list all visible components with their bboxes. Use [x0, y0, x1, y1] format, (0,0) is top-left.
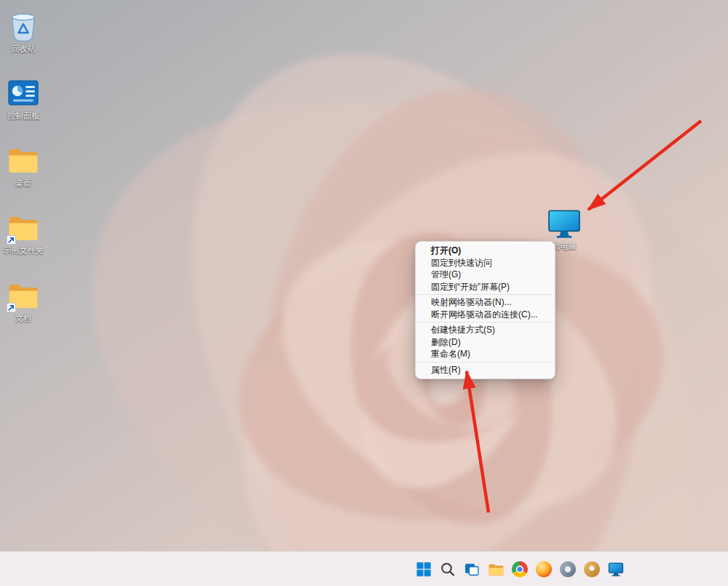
- menu-item-properties[interactable]: 属性(R): [416, 364, 555, 376]
- search-icon: [439, 561, 456, 578]
- app-icon-2: [583, 561, 601, 578]
- app-icon-3: [607, 561, 625, 578]
- wallpaper: [0, 0, 728, 586]
- chrome-button[interactable]: [508, 556, 531, 582]
- shortcut-arrow-icon: [7, 303, 16, 312]
- search-button[interactable]: [436, 556, 459, 582]
- menu-separator: [416, 294, 554, 295]
- app-button-3[interactable]: [604, 556, 628, 582]
- folder-icon: [6, 143, 41, 178]
- taskbar: [0, 551, 728, 586]
- shortcut-arrow-icon: [7, 235, 16, 245]
- desktop-icon-label: 示例文件夹: [4, 246, 44, 255]
- menu-item-map-network-drive[interactable]: 映射网络驱动器(N)...: [416, 296, 555, 309]
- desktop-icon-recycle-bin[interactable]: 回收站: [1, 9, 46, 53]
- desktop-icon-label: 控制面板: [7, 111, 39, 120]
- task-view-icon: [463, 561, 480, 578]
- browser-icon: [535, 561, 553, 578]
- browser-button[interactable]: [532, 556, 555, 582]
- menu-separator: [416, 322, 554, 322]
- menu-item-manage[interactable]: 管理(G): [416, 269, 555, 281]
- folder-shortcut-icon: [6, 278, 41, 313]
- this-pc-label: 此电脑: [553, 242, 577, 250]
- menu-item-disconnect-network-drive[interactable]: 断开网络驱动器的连接(C)...: [416, 309, 555, 321]
- desktop[interactable]: 回收站 控制面板 桌面: [0, 0, 728, 586]
- menu-item-pin-start[interactable]: 固定到“开始”屏幕(P): [416, 281, 555, 293]
- context-menu: 打开(O) 固定到快速访问 管理(G) 固定到“开始”屏幕(P) 映射网络驱动器…: [415, 241, 555, 379]
- menu-item-create-shortcut[interactable]: 创建快捷方式(S): [416, 324, 555, 336]
- desktop-icon-desktop-folder[interactable]: 桌面: [1, 143, 46, 187]
- file-explorer-button[interactable]: [484, 556, 507, 582]
- file-explorer-icon: [487, 561, 505, 578]
- start-icon: [415, 561, 432, 578]
- control-panel-icon: [6, 76, 41, 111]
- menu-item-delete[interactable]: 删除(D): [416, 336, 555, 349]
- this-pc-icon: [547, 207, 582, 241]
- taskbar-icons: [412, 556, 628, 582]
- desktop-icon-documents[interactable]: 文档: [1, 278, 46, 322]
- menu-separator: [416, 362, 554, 363]
- desktop-icon-control-panel[interactable]: 控制面板: [1, 76, 46, 120]
- menu-item-open[interactable]: 打开(O): [416, 245, 555, 257]
- recycle-bin-icon: [6, 9, 41, 44]
- app-button-2[interactable]: [580, 556, 604, 582]
- start-button[interactable]: [412, 556, 435, 582]
- app-button-1[interactable]: [556, 556, 579, 582]
- menu-item-rename[interactable]: 重命名(M): [416, 348, 555, 360]
- task-view-button[interactable]: [460, 556, 483, 582]
- desktop-icon-label: 回收站: [12, 44, 36, 53]
- folder-shortcut-icon: [6, 210, 41, 245]
- desktop-icon-sample-folder[interactable]: 示例文件夹: [1, 210, 46, 255]
- desktop-icon-label: 文档: [15, 314, 31, 322]
- menu-item-pin-quick-access[interactable]: 固定到快速访问: [416, 257, 555, 269]
- desktop-icon-label: 桌面: [15, 178, 31, 187]
- chrome-icon: [511, 561, 529, 578]
- app-icon-1: [559, 561, 577, 578]
